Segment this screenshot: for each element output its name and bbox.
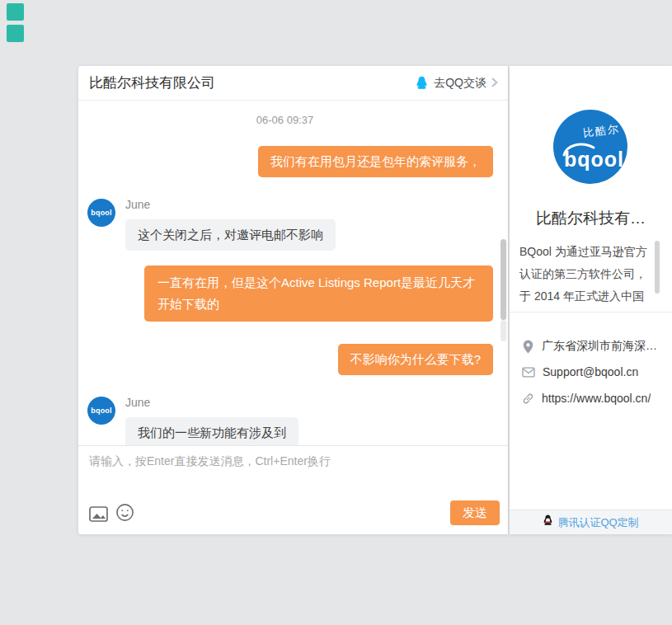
sender-name: June [125, 396, 150, 409]
company-name: 比酷尔科技有… [510, 208, 672, 229]
logo-cn-text: 比酷尔 [582, 121, 621, 140]
company-description: BQool 为通过亚马逊官方认证的第三方软件公司，于 2014 年正式进入中国 [519, 241, 653, 308]
company-address: 广东省深圳市前海深… [542, 339, 657, 354]
smiley-icon [115, 512, 134, 524]
composer: 发送 [78, 445, 508, 534]
envelope-icon [522, 367, 535, 378]
avatar: bqool [87, 397, 115, 425]
tencent-certified-link[interactable]: 腾讯认证QQ定制 [510, 510, 672, 534]
send-button[interactable]: 发送 [450, 500, 500, 525]
go-to-qq-chat-link[interactable]: 去QQ交谈 [415, 76, 498, 91]
go-to-qq-chat-label: 去QQ交谈 [434, 76, 486, 91]
message-input[interactable] [89, 454, 498, 496]
company-email: Support@bqool.cn [543, 365, 638, 378]
description-scrollbar-thumb[interactable] [655, 241, 660, 294]
logo-en-text: bqool [564, 148, 624, 172]
tencent-certified-label: 腾讯认证QQ定制 [557, 515, 638, 530]
timestamp: 06-06 09:37 [78, 114, 491, 126]
sender-name: June [125, 198, 150, 211]
outgoing-message-bubble: 我们有在用包月还是包年的索评服务， [258, 146, 493, 177]
company-sidebar: 比酷尔 bqool 比酷尔科技有… BQool 为通过亚马逊官方认证的第三方软件… [510, 66, 672, 534]
link-icon [522, 392, 534, 405]
message-list: 06-06 09:37 我们有在用包月还是包年的索评服务， bqool June… [78, 101, 508, 445]
incoming-message-bubble: 这个关闭之后，对邀评电邮不影响 [125, 219, 336, 251]
qq-penguin-color-icon [543, 515, 553, 530]
chat-header: 比酷尔科技有限公司 去QQ交谈 [78, 66, 508, 101]
avatar: bqool [87, 199, 115, 227]
chat-widget: 比酷尔科技有限公司 去QQ交谈 06-06 09:37 我们有在用包月还是包年的… [78, 66, 508, 534]
company-website: https://www.bqool.cn/ [542, 392, 651, 405]
scrollbar-track [500, 320, 506, 341]
teal-marker-square [7, 25, 24, 42]
image-upload-button[interactable] [89, 506, 108, 524]
chevron-right-icon [491, 76, 498, 91]
contact-email-row[interactable]: Support@bqool.cn [522, 365, 667, 378]
image-icon [89, 512, 108, 524]
company-title: 比酷尔科技有限公司 [89, 73, 415, 92]
incoming-message-bubble: 我们的一些新功能有涉及到 [125, 417, 298, 445]
outgoing-message-bubble: 不影响你为什么要下载? [338, 344, 493, 375]
contact-address-row: 广东省深圳市前海深… [522, 339, 667, 354]
page: 比酷尔科技有限公司 去QQ交谈 06-06 09:37 我们有在用包月还是包年的… [0, 0, 672, 625]
qq-penguin-icon [415, 76, 429, 91]
bqool-logo: 比酷尔 bqool [553, 110, 627, 184]
outgoing-message-bubble: 一直有在用，但是这个Active Listings Report是最近几天才开始… [144, 266, 493, 322]
emoji-button[interactable] [115, 503, 134, 524]
teal-marker-square [7, 3, 24, 21]
scrollbar-thumb[interactable] [500, 239, 506, 320]
divider [510, 312, 672, 312]
location-pin-icon [522, 340, 534, 354]
contact-website-row[interactable]: https://www.bqool.cn/ [522, 392, 667, 405]
